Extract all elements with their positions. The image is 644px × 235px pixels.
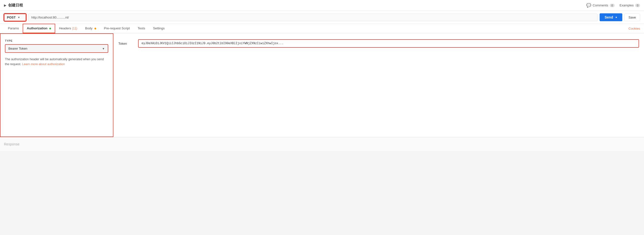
- authorization-dot: [49, 28, 51, 29]
- tab-pre-request-label: Pre-request Script: [104, 27, 130, 30]
- cookies-link[interactable]: Cookies: [628, 27, 640, 30]
- tab-authorization[interactable]: Authorization: [23, 24, 55, 33]
- top-bar-actions: 💬 Comments 0 Examples 0: [586, 3, 640, 8]
- type-label: TYPE: [5, 39, 108, 42]
- tab-body[interactable]: Body: [81, 24, 100, 33]
- tab-tests-label: Tests: [138, 27, 145, 30]
- send-chevron-icon: ▼: [615, 16, 617, 19]
- learn-more-link[interactable]: Learn more about authorization: [22, 63, 65, 66]
- tab-settings[interactable]: Settings: [149, 24, 169, 33]
- url-input[interactable]: [28, 14, 598, 21]
- tab-params[interactable]: Params: [4, 24, 23, 33]
- auth-info-text: The authorization header will be automat…: [5, 57, 108, 67]
- save-button[interactable]: Save: [624, 14, 640, 21]
- comments-button[interactable]: 💬 Comments 0: [586, 3, 615, 8]
- token-value: eyJ0eXAiOiJKV1QiLCJhbGciOiJIUzI1NiJ9.eyJ…: [142, 42, 284, 45]
- body-dot: [94, 28, 96, 29]
- response-label: Response: [4, 142, 20, 146]
- comments-badge: 0: [610, 4, 615, 7]
- auth-right-panel: Token eyJ0eXAiOiJKV1QiLCJhbGciOiJIUzI1Ni…: [114, 33, 644, 137]
- token-row: Token eyJ0eXAiOiJKV1QiLCJhbGciOiJIUzI1Ni…: [118, 39, 639, 48]
- examples-label: Examples: [620, 4, 634, 7]
- send-button[interactable]: Send ▼: [600, 13, 622, 21]
- content-area: TYPE Bearer Token ▼ The authorization he…: [0, 33, 644, 137]
- tab-headers-label: Headers: [59, 27, 72, 30]
- comments-label: Comments: [593, 4, 608, 7]
- tab-tests[interactable]: Tests: [134, 24, 149, 33]
- method-chevron-icon: ▼: [18, 16, 20, 19]
- token-input[interactable]: eyJ0eXAiOiJKV1QiLCJhbGciOiJIUzI1NiJ9.eyJ…: [138, 39, 639, 48]
- tabs-bar: Params Authorization Headers (11) Body P…: [0, 24, 644, 33]
- headers-count: (11): [72, 27, 77, 30]
- tab-settings-label: Settings: [153, 27, 165, 30]
- tab-headers[interactable]: Headers (11): [55, 24, 81, 33]
- response-section: Response: [0, 137, 644, 151]
- top-bar: ▶ 创建日程 💬 Comments 0 Examples 0: [0, 0, 644, 11]
- method-select[interactable]: POST ▼: [4, 14, 26, 21]
- examples-badge: 0: [635, 4, 640, 7]
- request-bar: POST ▼ Send ▼ Save: [0, 11, 644, 24]
- type-select-dropdown[interactable]: Bearer Token ▼: [5, 44, 108, 53]
- save-label: Save: [628, 16, 636, 19]
- method-value: POST: [7, 16, 16, 19]
- examples-button[interactable]: Examples 0: [620, 4, 640, 7]
- token-label: Token: [118, 42, 133, 45]
- tab-params-label: Params: [8, 27, 19, 30]
- type-select-chevron-icon: ▼: [102, 47, 105, 50]
- comments-icon: 💬: [586, 3, 591, 8]
- breadcrumb: ▶ 创建日程: [4, 3, 23, 8]
- tab-authorization-label: Authorization: [27, 27, 48, 30]
- type-select-value: Bearer Token: [8, 47, 27, 50]
- auth-left-panel: TYPE Bearer Token ▼ The authorization he…: [0, 33, 114, 137]
- breadcrumb-title: 创建日程: [8, 3, 23, 8]
- collapse-icon[interactable]: ▶: [4, 4, 6, 7]
- tab-body-label: Body: [85, 27, 92, 30]
- learn-more-label: Learn more about authorization: [22, 63, 65, 66]
- tab-pre-request[interactable]: Pre-request Script: [100, 24, 134, 33]
- send-label: Send: [604, 15, 613, 19]
